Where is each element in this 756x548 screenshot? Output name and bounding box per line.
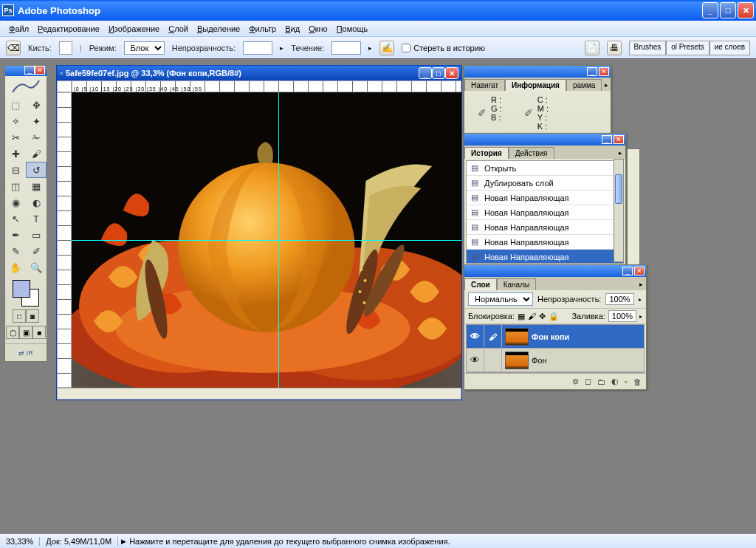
info-tab[interactable]: Навигат bbox=[464, 79, 505, 91]
palette-tab[interactable]: ие слоев bbox=[709, 41, 750, 55]
doc-minimize-button[interactable]: _ bbox=[419, 67, 432, 79]
fg-color-swatch[interactable] bbox=[13, 280, 30, 298]
dodge-tool-icon[interactable]: ◐ bbox=[26, 194, 47, 210]
brush-tool-icon[interactable]: 🖌 bbox=[26, 145, 47, 162]
stamp-tool-icon[interactable]: ⊟ bbox=[5, 162, 26, 178]
color-swatches[interactable] bbox=[13, 280, 39, 306]
status-docinfo[interactable]: Док: 5,49M/11,0M bbox=[40, 537, 118, 546]
fill-value[interactable]: 100% bbox=[608, 310, 636, 322]
close-button[interactable]: ✕ bbox=[738, 2, 754, 18]
gradient-tool-icon[interactable]: ▦ bbox=[26, 178, 47, 194]
menu-редактирование[interactable]: Редактирование bbox=[33, 23, 104, 35]
heal-tool-icon[interactable]: ✚ bbox=[5, 145, 26, 162]
eraser-tool-icon[interactable]: ◫ bbox=[5, 178, 26, 194]
history-tab[interactable]: Действия bbox=[509, 147, 554, 159]
menu-файл[interactable]: Файл bbox=[4, 23, 33, 35]
layer-visibility-icon[interactable]: 👁 bbox=[467, 325, 484, 348]
toolbox-minimize[interactable]: _ bbox=[24, 66, 35, 75]
lock-all-icon[interactable]: 🔒 bbox=[549, 312, 559, 321]
history-item[interactable]: ▤Новая Направляющая bbox=[467, 235, 623, 250]
wand-tool-icon[interactable]: ✦ bbox=[26, 113, 47, 129]
type-tool-icon[interactable]: T bbox=[26, 210, 47, 227]
move-tool-icon[interactable]: ✥ bbox=[26, 97, 47, 113]
adjustment-layer-icon[interactable]: ◐ bbox=[611, 377, 619, 386]
document-scrollbar-h[interactable] bbox=[57, 388, 461, 400]
history-tab[interactable]: История bbox=[464, 147, 509, 159]
erase-history-checkbox[interactable]: Стереть в историю bbox=[402, 44, 485, 52]
layer-visibility-icon[interactable]: 👁 bbox=[467, 349, 484, 371]
layer-row[interactable]: 👁Фон bbox=[467, 349, 644, 372]
history-item[interactable]: ▤Открыть bbox=[467, 161, 623, 176]
layer-style-icon[interactable]: ⊚ bbox=[572, 377, 579, 386]
guide-horizontal[interactable] bbox=[72, 240, 461, 241]
marquee-tool-icon[interactable]: ⬚ bbox=[5, 97, 26, 113]
print-icon[interactable]: 🖶 bbox=[607, 41, 622, 55]
history-scrollbar[interactable] bbox=[614, 159, 624, 262]
status-zoom[interactable]: 33,33% bbox=[0, 537, 40, 546]
new-set-icon[interactable]: 🗀 bbox=[597, 377, 605, 386]
history-item[interactable]: ▤Дублировать слой bbox=[467, 176, 623, 191]
status-menu-icon[interactable]: ▶ bbox=[121, 538, 126, 545]
hand-tool-icon[interactable]: ✋ bbox=[5, 259, 26, 275]
blur-tool-icon[interactable]: ◉ bbox=[5, 194, 26, 210]
opacity-input[interactable] bbox=[243, 41, 272, 55]
shape-tool-icon[interactable]: ▭ bbox=[26, 227, 47, 243]
history-item[interactable]: ▤Новая Направляющая bbox=[467, 191, 623, 205]
ruler-vertical[interactable] bbox=[57, 92, 72, 388]
crop-tool-icon[interactable]: ✂ bbox=[5, 129, 26, 145]
eyedropper-tool-icon[interactable]: ✐ bbox=[26, 243, 47, 259]
screen-mode-2-icon[interactable]: ▣ bbox=[19, 326, 32, 339]
zoom-tool-icon[interactable]: 🔍 bbox=[26, 259, 47, 275]
airbrush-icon[interactable]: ✍ bbox=[379, 41, 394, 55]
layer-link-icon[interactable] bbox=[484, 349, 502, 371]
toolbox-close[interactable]: ✕ bbox=[35, 66, 45, 75]
lock-pixels-icon[interactable]: 🖌 bbox=[528, 312, 536, 321]
delete-layer-icon[interactable]: 🗑 bbox=[633, 377, 642, 386]
info-close[interactable]: ✕ bbox=[599, 67, 609, 76]
path-tool-icon[interactable]: ↖ bbox=[5, 210, 26, 227]
doc-icon[interactable]: 📄 bbox=[585, 41, 599, 55]
layers-tab[interactable]: Каналы bbox=[497, 278, 537, 290]
layer-row[interactable]: 👁🖌Фон копи bbox=[467, 325, 644, 349]
palette-tab[interactable]: ol Presets bbox=[666, 41, 709, 55]
lock-position-icon[interactable]: ✥ bbox=[539, 312, 546, 321]
layer-link-icon[interactable]: 🖌 bbox=[484, 325, 502, 348]
eraser-tool-icon[interactable]: ⌫ bbox=[6, 41, 21, 55]
screen-mode-1-icon[interactable]: ▢ bbox=[6, 326, 19, 339]
layers-tab[interactable]: Слои bbox=[464, 278, 497, 290]
info-tab[interactable]: Информация bbox=[505, 79, 566, 91]
menu-вид[interactable]: Вид bbox=[281, 23, 304, 35]
layer-mask-icon[interactable]: ◻ bbox=[585, 377, 591, 386]
maximize-button[interactable]: □ bbox=[720, 2, 736, 18]
palette-tab[interactable]: Brushes bbox=[629, 41, 667, 55]
history-item[interactable]: ▤Новая Направляющая bbox=[467, 220, 623, 235]
pen-tool-icon[interactable]: ✒ bbox=[5, 227, 26, 243]
docked-palette-strip[interactable] bbox=[627, 148, 640, 281]
doc-maximize-button[interactable]: □ bbox=[432, 67, 445, 79]
minimize-button[interactable]: _ bbox=[702, 2, 718, 18]
lasso-tool-icon[interactable]: ⟡ bbox=[5, 113, 26, 129]
history-list[interactable]: ▤Открыть▤Дублировать слой▤Новая Направля… bbox=[466, 160, 624, 264]
layer-name[interactable]: Фон копи bbox=[532, 332, 569, 341]
panel-menu-icon[interactable]: ▸ bbox=[636, 278, 646, 290]
layer-opacity-value[interactable]: 100% bbox=[605, 293, 633, 305]
doc-close-button[interactable]: ✕ bbox=[445, 67, 458, 79]
menu-фильтр[interactable]: Фильтр bbox=[244, 23, 281, 35]
history-item[interactable]: ▤Новая Направляющая bbox=[467, 205, 623, 220]
lock-transparency-icon[interactable]: ▦ bbox=[518, 312, 525, 321]
layer-thumbnail[interactable] bbox=[505, 352, 529, 369]
history-minimize[interactable]: _ bbox=[602, 135, 612, 144]
standard-mode-icon[interactable]: □ bbox=[13, 309, 26, 323]
jump-to-imageready[interactable]: ⇄ IR bbox=[5, 343, 47, 361]
brush-picker[interactable] bbox=[59, 41, 72, 55]
panel-menu-icon[interactable]: ▸ bbox=[602, 79, 611, 91]
quickmask-mode-icon[interactable]: ◙ bbox=[26, 309, 39, 323]
mode-select[interactable]: Блок bbox=[124, 41, 165, 55]
menu-выделение[interactable]: Выделение bbox=[193, 23, 244, 35]
canvas[interactable] bbox=[72, 92, 461, 388]
info-minimize[interactable]: _ bbox=[587, 67, 597, 76]
layers-close[interactable]: ✕ bbox=[634, 267, 645, 275]
blend-mode-select[interactable]: Нормальный bbox=[468, 292, 533, 306]
history-close[interactable]: ✕ bbox=[614, 135, 624, 144]
menu-изображение[interactable]: Изображение bbox=[104, 23, 164, 35]
